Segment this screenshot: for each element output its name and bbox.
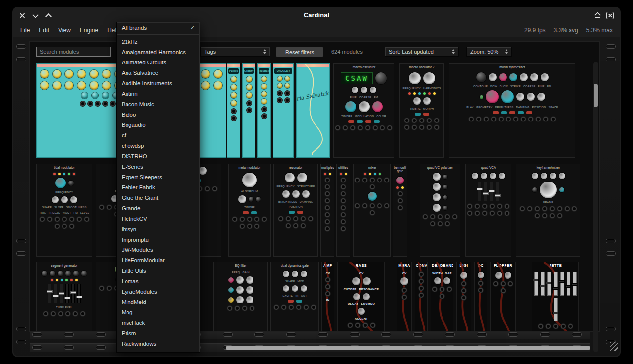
jack-port[interactable] bbox=[469, 117, 474, 121]
jack-port[interactable] bbox=[520, 206, 525, 211]
jack-port[interactable] bbox=[99, 286, 104, 291]
jack-port[interactable] bbox=[205, 186, 210, 191]
jack-port[interactable] bbox=[341, 191, 346, 196]
brand-menu-item-e-series[interactable]: E-Series bbox=[117, 161, 200, 172]
jack-port[interactable] bbox=[478, 288, 483, 293]
knob[interactable] bbox=[73, 271, 79, 276]
module-card-tidal-modulator[interactable]: tidal modulatorFREQUENCYSHAPESLOPESMOOTH… bbox=[36, 164, 92, 257]
jack-port[interactable] bbox=[528, 117, 533, 121]
jack-port[interactable] bbox=[377, 203, 382, 208]
slider[interactable] bbox=[54, 284, 57, 303]
jack-port[interactable] bbox=[88, 101, 93, 106]
knob[interactable] bbox=[102, 92, 109, 99]
brand-menu-item-amalgamated-harmonics[interactable]: Amalgamated Harmonics bbox=[117, 47, 200, 57]
jack-port[interactable] bbox=[341, 184, 346, 189]
jack-port[interactable] bbox=[490, 204, 495, 209]
jack-port[interactable] bbox=[370, 178, 375, 182]
jack-port[interactable] bbox=[325, 291, 330, 296]
slider[interactable] bbox=[484, 182, 487, 201]
jack-port[interactable] bbox=[412, 125, 417, 130]
knob[interactable] bbox=[231, 100, 237, 106]
jack-port[interactable] bbox=[419, 272, 424, 277]
slider[interactable] bbox=[554, 272, 558, 296]
jack-port[interactable] bbox=[274, 305, 279, 310]
knob[interactable] bbox=[541, 73, 549, 81]
jack-port[interactable] bbox=[289, 305, 294, 310]
jack-port[interactable] bbox=[341, 212, 346, 217]
knob[interactable] bbox=[292, 285, 298, 292]
knob[interactable] bbox=[52, 196, 59, 203]
module-card-macro-oscillator-2[interactable]: macro oscillator 2FREQUENCYHARMONICSTIMB… bbox=[399, 63, 444, 158]
jack-port[interactable] bbox=[546, 324, 551, 329]
jack-port[interactable] bbox=[370, 210, 375, 215]
jack-port[interactable] bbox=[475, 204, 480, 209]
jack-port[interactable] bbox=[325, 284, 330, 289]
knob[interactable] bbox=[236, 286, 244, 294]
slider[interactable] bbox=[547, 272, 551, 296]
jack-port[interactable] bbox=[262, 107, 267, 112]
jack-port[interactable] bbox=[432, 287, 437, 292]
jack-port[interactable] bbox=[384, 203, 389, 208]
jack-port[interactable] bbox=[350, 125, 355, 130]
jack-port[interactable] bbox=[262, 217, 267, 222]
jack-port[interactable] bbox=[362, 203, 367, 208]
knob[interactable] bbox=[231, 92, 237, 98]
jack-port[interactable] bbox=[363, 323, 368, 328]
module-card-untitled[interactable]: Aria Salvatrice bbox=[296, 63, 330, 158]
knob[interactable] bbox=[499, 173, 505, 179]
knob[interactable] bbox=[246, 296, 253, 303]
jack-port[interactable] bbox=[281, 305, 286, 310]
jack-port[interactable] bbox=[419, 279, 424, 284]
menu-edit[interactable]: Edit bbox=[39, 27, 49, 34]
knob[interactable] bbox=[532, 173, 538, 179]
jack-port[interactable] bbox=[62, 217, 67, 222]
jack-port[interactable] bbox=[293, 223, 298, 228]
module-card-pokies[interactable]: Pokies bbox=[227, 63, 240, 158]
knob[interactable] bbox=[292, 190, 300, 198]
jack-port[interactable] bbox=[262, 114, 267, 119]
knob[interactable] bbox=[516, 93, 524, 101]
jack-port[interactable] bbox=[553, 324, 558, 329]
jack-port[interactable] bbox=[434, 125, 439, 130]
module-card-eq-filter[interactable]: EQ filterFREQGAIN bbox=[213, 262, 268, 331]
jack-port[interactable] bbox=[513, 117, 518, 121]
slider[interactable] bbox=[65, 284, 69, 303]
jack-port[interactable] bbox=[99, 205, 104, 210]
brand-menu-item-fehler-fabrik[interactable]: Fehler Fabrik bbox=[117, 182, 200, 192]
jack-port[interactable] bbox=[107, 205, 112, 210]
jack-port[interactable] bbox=[247, 224, 252, 229]
jack-port[interactable] bbox=[80, 101, 85, 106]
jack-port[interactable] bbox=[427, 125, 432, 130]
jack-port[interactable] bbox=[419, 118, 424, 123]
module-card-mixer[interactable]: mixer bbox=[353, 164, 391, 257]
brand-menu-item-autinn[interactable]: Autinn bbox=[117, 88, 200, 99]
slider[interactable] bbox=[71, 284, 75, 303]
jack-port[interactable] bbox=[377, 178, 382, 182]
knob[interactable] bbox=[246, 92, 252, 98]
knob[interactable] bbox=[478, 272, 484, 278]
jack-port[interactable] bbox=[561, 324, 566, 329]
jack-port[interactable] bbox=[341, 226, 346, 231]
knob[interactable] bbox=[433, 193, 441, 201]
module-card-meta-modulator[interactable]: meta modulatorALGORITHMTIMBRE bbox=[228, 164, 271, 257]
jack-port[interactable] bbox=[304, 305, 309, 310]
jack-port[interactable] bbox=[404, 118, 409, 123]
jack-port[interactable] bbox=[402, 288, 407, 293]
jack-port[interactable] bbox=[461, 288, 466, 293]
jack-port[interactable] bbox=[438, 214, 443, 219]
slider[interactable] bbox=[478, 182, 481, 201]
knob[interactable] bbox=[352, 87, 358, 93]
jack-port[interactable] bbox=[293, 216, 298, 221]
knob[interactable] bbox=[61, 196, 68, 203]
jack-port[interactable] bbox=[343, 125, 348, 130]
knob[interactable] bbox=[231, 76, 237, 82]
jack-port[interactable] bbox=[341, 178, 346, 182]
slider[interactable] bbox=[541, 272, 545, 296]
jack-port[interactable] bbox=[325, 191, 330, 196]
knob[interactable] bbox=[489, 73, 497, 81]
chevron-down-icon[interactable] bbox=[32, 12, 38, 18]
jack-port[interactable] bbox=[445, 221, 450, 226]
brand-menu-item-ihtsyn[interactable]: ihtsyn bbox=[117, 224, 200, 234]
knob[interactable] bbox=[77, 81, 86, 90]
knob[interactable] bbox=[58, 271, 63, 276]
